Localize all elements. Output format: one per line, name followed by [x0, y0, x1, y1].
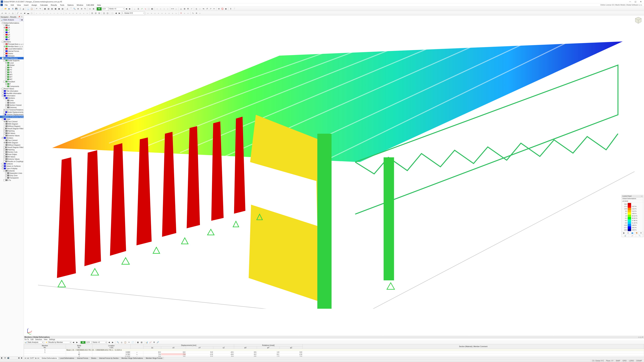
doc1-icon[interactable]: 📃: [26, 7, 30, 10]
saveas-icon[interactable]: 📑: [18, 7, 22, 10]
status-toggle-grid[interactable]: GRID: [621, 360, 628, 362]
mod6-icon[interactable]: ▤: [61, 7, 64, 10]
f7-icon[interactable]: ▫: [86, 11, 89, 15]
checkbox[interactable]: [4, 60, 5, 61]
menu-file[interactable]: File: [3, 4, 9, 6]
bp-lc-badge[interactable]: W: [80, 341, 86, 344]
e5-icon[interactable]: ◦: [49, 11, 52, 15]
dim1-icon[interactable]: ⟷: [171, 7, 174, 10]
del-icon[interactable]: ✕: [179, 11, 183, 15]
arr1-icon[interactable]: ↗: [140, 7, 144, 10]
checkbox[interactable]: [2, 92, 4, 94]
i6-icon[interactable]: ▫: [164, 11, 167, 15]
tree-item[interactable]: Hatching: [0, 148, 24, 151]
n1-icon[interactable]: ▫: [156, 7, 159, 10]
checkbox[interactable]: [4, 179, 5, 181]
e6-icon[interactable]: ◦: [52, 11, 56, 15]
lc-next-icon[interactable]: ▶: [128, 7, 132, 10]
zoom-window-icon[interactable]: 🔍: [73, 7, 76, 10]
tree-item[interactable]: Results on Couplings: [0, 160, 24, 163]
zoom-prev-icon[interactable]: ⊖: [80, 7, 83, 10]
print-icon[interactable]: 🖨: [22, 7, 25, 10]
tree-item[interactable]: M'Z: [0, 78, 24, 80]
bpt3-icon[interactable]: 📋: [124, 341, 127, 344]
info-icon[interactable]: ℹ: [229, 7, 232, 10]
import-icon[interactable]: ⬇: [11, 7, 14, 10]
tree-item[interactable]: -Lines: [0, 118, 24, 120]
i8-icon[interactable]: ▫: [171, 11, 174, 15]
tree-item[interactable]: uX: [0, 26, 24, 29]
bp-combo2[interactable]: Results by Member▾: [48, 341, 71, 344]
checkbox[interactable]: [5, 76, 7, 78]
render-icon[interactable]: ◧: [150, 7, 154, 10]
sol-icon[interactable]: ▬: [26, 11, 30, 15]
bp-combo1[interactable]: Static Analysis▾: [27, 341, 44, 344]
tree-item[interactable]: Max/Min Information: [0, 92, 24, 94]
checkbox[interactable]: [4, 156, 5, 158]
mod4-icon[interactable]: ▩: [54, 7, 57, 10]
tree-item[interactable]: All Values: [0, 132, 24, 134]
checkbox[interactable]: [4, 170, 5, 172]
f2-icon[interactable]: ▫: [68, 11, 71, 15]
i2-icon[interactable]: ▫: [150, 11, 153, 15]
cp-c3-icon[interactable]: 📉: [636, 234, 643, 237]
radio[interactable]: [4, 139, 5, 141]
checkbox[interactable]: [5, 78, 7, 80]
e8-icon[interactable]: ◦: [60, 11, 63, 15]
f1-icon[interactable]: ▫: [64, 11, 68, 15]
menu-help[interactable]: Help: [96, 4, 102, 6]
checkbox[interactable]: [2, 137, 4, 139]
maximize-button[interactable]: ◻: [633, 0, 638, 3]
tree-item[interactable]: Local: [0, 62, 24, 64]
tree-item[interactable]: φY: [0, 36, 24, 38]
tree-item[interactable]: Section Cuts: [0, 151, 24, 153]
arr2-icon[interactable]: ↘: [144, 7, 147, 10]
tree-item[interactable]: -Support Reactions: [0, 57, 24, 59]
pg-last-icon[interactable]: ⏭: [38, 357, 40, 359]
tree-item[interactable]: Global: [0, 64, 24, 66]
pg-first-icon[interactable]: ⏮: [24, 357, 26, 359]
menu-cad-bim[interactable]: CAD-BIM: [85, 4, 95, 6]
cp-b4-icon[interactable]: 🎨: [634, 232, 639, 234]
tree-item[interactable]: -Members: [0, 137, 24, 139]
move-icon[interactable]: ↔: [198, 7, 202, 10]
bp-lcprev-icon[interactable]: ◀: [107, 341, 111, 344]
bp-menu-edit[interactable]: Edit: [31, 339, 34, 340]
checkbox[interactable]: [2, 57, 4, 59]
mod2-icon[interactable]: ▧: [47, 7, 50, 10]
menu-window[interactable]: Window: [75, 4, 84, 6]
cp-c1-icon[interactable]: 📊: [622, 234, 629, 237]
menu-view[interactable]: View: [16, 4, 22, 6]
tree-item[interactable]: Result Diagram Filled: [0, 127, 24, 130]
tree-item[interactable]: Transparent: [0, 177, 24, 179]
d3-icon[interactable]: ○: [8, 11, 11, 15]
checkbox[interactable]: [2, 116, 2, 118]
tree-item[interactable]: M'Y: [0, 76, 24, 78]
g2-icon[interactable]: ⊡: [94, 11, 97, 15]
checkbox[interactable]: [2, 118, 4, 120]
bpt6-icon[interactable]: ▦: [136, 341, 140, 344]
bpt1-icon[interactable]: 🔍: [116, 341, 120, 344]
f4-icon[interactable]: ▫: [75, 11, 78, 15]
radio[interactable]: [4, 123, 5, 125]
open-recent-icon[interactable]: ▶: [8, 7, 11, 10]
save-icon[interactable]: 💾: [14, 7, 18, 10]
tree-item[interactable]: Inner Edges: [0, 153, 24, 156]
radio[interactable]: [4, 29, 5, 31]
tree-item[interactable]: -Type of display: [0, 167, 24, 170]
tree-item[interactable]: Two-Colored: [0, 139, 24, 141]
results-tab[interactable]: Internal Forces: [76, 357, 90, 359]
tree-item[interactable]: Outlines of Deformed Surfaces: [0, 116, 24, 118]
checkbox[interactable]: [2, 88, 4, 90]
checkbox[interactable]: [4, 48, 5, 50]
cp-b2-icon[interactable]: ⚖: [626, 232, 630, 234]
radio[interactable]: [4, 121, 5, 122]
checkbox[interactable]: [5, 107, 7, 108]
f5-icon[interactable]: ▫: [78, 11, 82, 15]
checkbox[interactable]: [4, 132, 5, 134]
tree-item[interactable]: Extreme Displacement: [0, 113, 24, 116]
op-icon[interactable]: ◌: [30, 11, 33, 15]
radio[interactable]: [4, 125, 5, 127]
checkbox[interactable]: [4, 81, 5, 83]
n3-icon[interactable]: ▫: [162, 7, 166, 10]
